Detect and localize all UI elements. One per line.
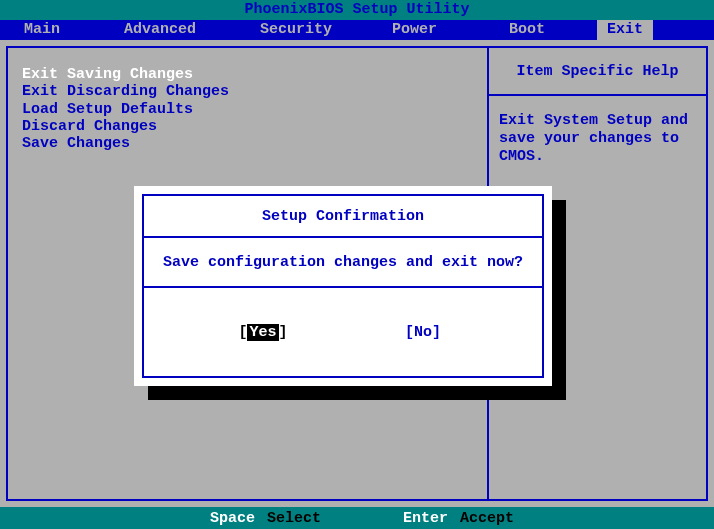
footer-hint-accept: Enter Accept	[403, 510, 514, 527]
exit-option-save[interactable]: Save Changes	[22, 135, 473, 152]
bios-root: PhoenixBIOS Setup Utility Main Advanced …	[0, 0, 714, 529]
exit-option-save-exit[interactable]: Exit Saving Changes	[22, 66, 473, 83]
dialog-message: Save configuration changes and exit now?	[144, 238, 542, 288]
menu-tab-main[interactable]: Main	[20, 20, 64, 40]
app-title: PhoenixBIOS Setup Utility	[0, 0, 714, 20]
exit-option-discard-exit[interactable]: Exit Discarding Changes	[22, 83, 473, 100]
dialog-no-button[interactable]: [No]	[343, 324, 503, 341]
confirmation-dialog: Setup Confirmation Save configuration ch…	[134, 186, 552, 386]
footer-action-accept: Accept	[460, 510, 514, 527]
footer-key-enter: Enter	[403, 510, 448, 527]
menu-tab-security[interactable]: Security	[256, 20, 336, 40]
exit-option-load-defaults[interactable]: Load Setup Defaults	[22, 101, 473, 118]
footer-key-space: Space	[210, 510, 255, 527]
dialog-yes-button[interactable]: [Yes]	[183, 324, 343, 341]
menu-tab-exit[interactable]: Exit	[597, 20, 653, 40]
dialog-yes-label: Yes	[247, 324, 278, 341]
footer-bar: Space Select Enter Accept	[0, 507, 714, 529]
help-title: Item Specific Help	[489, 48, 706, 96]
dialog-buttons: [Yes] [No]	[144, 288, 542, 376]
dialog-no-label: No	[414, 324, 432, 341]
content-area: Exit Saving Changes Exit Discarding Chan…	[0, 40, 714, 507]
exit-option-discard[interactable]: Discard Changes	[22, 118, 473, 135]
footer-hint-select: Space Select	[210, 510, 321, 527]
bracket-close-icon: ]	[279, 324, 288, 341]
bracket-close-icon: ]	[432, 324, 441, 341]
top-menu-bar: Main Advanced Security Power Boot Exit	[0, 20, 714, 40]
help-text: Exit System Setup and save your changes …	[489, 96, 706, 182]
bracket-open-icon: [	[405, 324, 414, 341]
menu-tab-advanced[interactable]: Advanced	[120, 20, 200, 40]
menu-tab-power[interactable]: Power	[388, 20, 441, 40]
dialog-frame: Setup Confirmation Save configuration ch…	[142, 194, 544, 378]
footer-action-select: Select	[267, 510, 321, 527]
menu-tab-boot[interactable]: Boot	[505, 20, 549, 40]
dialog-title: Setup Confirmation	[144, 196, 542, 238]
